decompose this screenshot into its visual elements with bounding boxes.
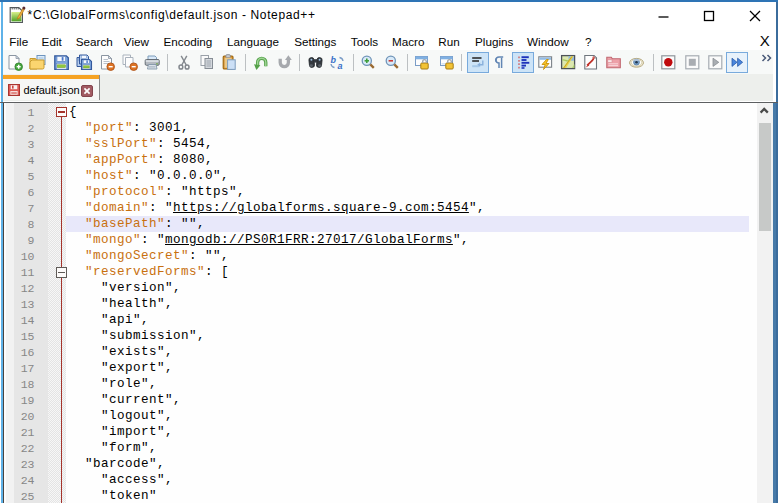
svg-text:b: b xyxy=(331,55,337,65)
svg-text:a: a xyxy=(338,61,343,71)
